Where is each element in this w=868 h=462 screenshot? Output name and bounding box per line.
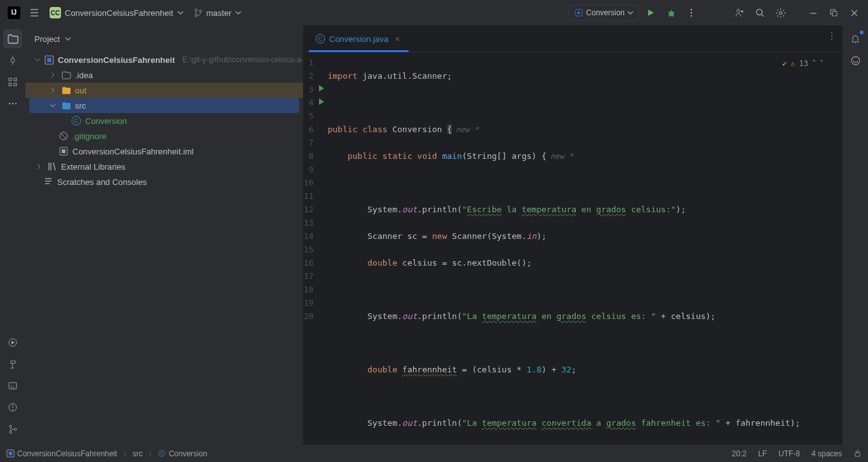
tree-file-iml[interactable]: ConversionCelsiusFahrenheit.iml — [25, 144, 303, 159]
vcs-tool-button[interactable] — [3, 419, 22, 438]
tree-folder-idea[interactable]: .idea — [25, 67, 303, 83]
code-with-me-button[interactable] — [731, 4, 749, 22]
svg-point-4 — [668, 11, 674, 16]
branch-icon — [194, 8, 203, 17]
svg-rect-14 — [9, 78, 11, 81]
module-icon — [44, 55, 54, 65]
svg-point-13 — [11, 58, 15, 62]
title-bar: IJ CC ConversionCelsiusFahrenheit master… — [0, 0, 868, 25]
run-tool-button[interactable] — [3, 333, 22, 352]
readonly-toggle-icon[interactable] — [853, 449, 862, 458]
editor-tabs: C Conversion.java × — [304, 25, 843, 52]
run-config-icon — [574, 8, 583, 17]
project-selector[interactable]: CC ConversionCelsiusFahrenheit — [46, 4, 187, 22]
line-number[interactable]: 4 — [304, 96, 325, 109]
svg-point-25 — [9, 425, 11, 427]
svg-point-2 — [199, 10, 201, 13]
notifications-button[interactable] — [846, 29, 865, 48]
svg-point-20 — [15, 103, 17, 104]
run-config-selector[interactable]: Conversion — [569, 4, 639, 21]
run-button[interactable] — [642, 4, 660, 22]
svg-point-8 — [737, 10, 740, 13]
line-number: 5 — [304, 109, 325, 123]
editor-body[interactable]: 1 2 3 4 5 6 7 8 9 10 11 12 13 14 15 16 1… — [304, 52, 843, 445]
tree-folder-src[interactable]: src — [29, 98, 299, 113]
iml-icon — [58, 146, 69, 156]
class-icon: C — [315, 34, 325, 44]
project-panel: Project ConversionCelsiusFahrenheit E:\g… — [25, 25, 304, 445]
svg-rect-29 — [47, 58, 51, 62]
svg-rect-17 — [14, 83, 17, 86]
tree-label: ConversionCelsiusFahrenheit.iml — [72, 147, 194, 156]
app-logo: IJ — [5, 4, 23, 22]
search-everywhere-button[interactable] — [751, 4, 769, 22]
line-number: 14 — [304, 229, 325, 243]
chevron-right-icon[interactable] — [34, 162, 43, 171]
line-number: 7 — [304, 136, 325, 149]
minimize-button[interactable] — [804, 4, 822, 22]
problems-tool-button[interactable] — [3, 398, 22, 417]
svg-rect-41 — [9, 452, 13, 456]
tree-path: E:\git-y-github\conversion-celsius-a-f — [182, 55, 303, 64]
project-name: ConversionCelsiusFahrenheit — [65, 8, 173, 18]
tree-file-gitignore[interactable]: .gitignore — [25, 128, 303, 144]
settings-button[interactable] — [771, 4, 789, 22]
breadcrumb[interactable]: ConversionCelsiusFahrenheit — [6, 449, 117, 458]
tree-file-conversion[interactable]: C Conversion — [25, 113, 303, 128]
breadcrumb[interactable]: src — [132, 449, 142, 458]
chevron-down-icon[interactable] — [65, 36, 71, 42]
tab-actions-icon[interactable] — [827, 32, 836, 41]
tree-label: .idea — [75, 71, 93, 80]
vcs-branch-selector[interactable]: master — [190, 4, 246, 22]
svg-point-19 — [12, 103, 13, 104]
chevron-down-icon[interactable] — [34, 55, 41, 64]
line-number[interactable]: 3 — [304, 83, 325, 96]
chevron-down-icon — [627, 10, 634, 16]
more-tool-button[interactable] — [3, 94, 22, 113]
file-encoding[interactable]: UTF-8 — [778, 449, 800, 458]
code-content[interactable]: import java.util.Scanner; public class C… — [325, 52, 843, 445]
tree-label: Conversion — [85, 116, 127, 126]
indent-info[interactable]: 4 spaces — [811, 449, 842, 458]
tab-conversion[interactable]: C Conversion.java × — [309, 26, 409, 51]
breadcrumb[interactable]: C Conversion — [158, 449, 207, 458]
structure-tool-button[interactable] — [3, 72, 22, 92]
close-button[interactable] — [845, 4, 863, 22]
more-actions-button[interactable] — [682, 4, 700, 22]
chevron-right-icon[interactable] — [48, 86, 57, 95]
chevron-down-icon[interactable] — [48, 101, 57, 110]
line-number: 2 — [304, 69, 325, 83]
commit-tool-button[interactable] — [3, 51, 22, 70]
tree-scratches[interactable]: Scratches and Consoles — [25, 174, 303, 189]
folder-excluded-icon — [61, 85, 71, 95]
hamburger-icon[interactable] — [25, 4, 43, 22]
right-tool-strip — [843, 25, 868, 445]
editor-gutter: 1 2 3 4 5 6 7 8 9 10 11 12 13 14 15 16 1… — [304, 52, 325, 445]
project-tree[interactable]: ConversionCelsiusFahrenheit E:\git-y-git… — [25, 52, 303, 445]
inspection-widget[interactable]: ✔ ⚠ 13 ˄ ˅ — [782, 57, 824, 71]
cursor-position[interactable]: 20:2 — [732, 449, 747, 458]
chevron-right-icon[interactable] — [48, 71, 57, 79]
line-separator[interactable]: LF — [758, 449, 767, 458]
tree-folder-out[interactable]: out — [25, 83, 303, 98]
tree-external-libs[interactable]: External Libraries — [25, 159, 303, 174]
close-tab-icon[interactable]: × — [392, 34, 402, 44]
ai-assistant-button[interactable] — [846, 51, 865, 70]
tree-label: .gitignore — [72, 132, 106, 141]
chevron-up-icon[interactable]: ˄ — [812, 57, 816, 71]
svg-point-7 — [691, 15, 693, 17]
check-icon: ✔ — [782, 57, 787, 71]
line-number: 6 — [304, 123, 325, 136]
svg-point-27 — [14, 428, 17, 430]
debug-button[interactable] — [662, 4, 680, 22]
terminal-tool-button[interactable] — [3, 376, 22, 395]
class-icon: C — [158, 449, 166, 458]
chevron-down-icon — [235, 10, 241, 16]
project-tool-button[interactable] — [3, 29, 22, 48]
build-tool-button[interactable] — [3, 355, 22, 374]
svg-rect-15 — [14, 78, 17, 81]
tree-project-root[interactable]: ConversionCelsiusFahrenheit E:\git-y-git… — [25, 52, 303, 67]
svg-point-10 — [779, 11, 782, 14]
chevron-down-icon[interactable]: ˅ — [820, 57, 824, 71]
maximize-button[interactable] — [825, 4, 843, 22]
